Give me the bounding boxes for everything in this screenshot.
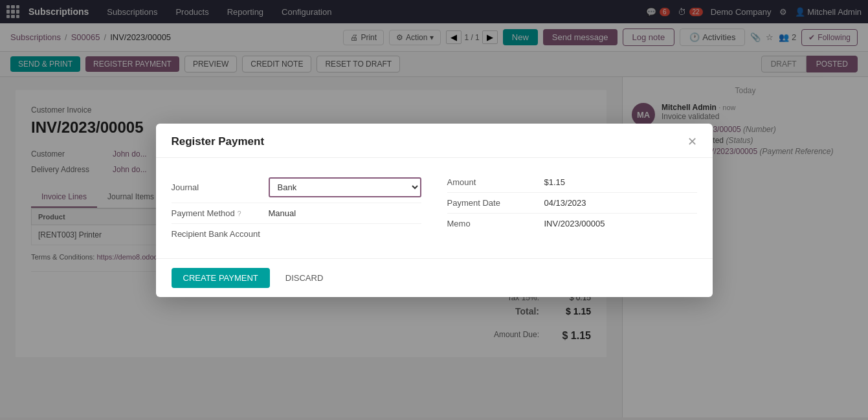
memo-value: INV/2023/00005 — [544, 219, 605, 228]
modal-title: Register Payment — [172, 135, 265, 148]
payment-date-value: 04/13/2023 — [544, 198, 586, 208]
payment-method-row: Payment Method ? Manual — [172, 203, 421, 224]
payment-date-label: Payment Date — [447, 198, 538, 208]
modal-header: Register Payment ✕ — [156, 124, 713, 158]
modal-right-column: Amount $1.15 Payment Date 04/13/2023 Mem… — [447, 172, 697, 244]
recipient-label: Recipient Bank Account — [172, 229, 262, 239]
journal-label: Journal — [172, 182, 262, 192]
discard-button[interactable]: DISCARD — [276, 268, 333, 288]
amount-value: $1.15 — [544, 177, 566, 187]
modal-body: Journal Bank Payment Method ? Manual — [156, 158, 713, 258]
recipient-row: Recipient Bank Account — [172, 224, 421, 244]
journal-row: Journal Bank — [172, 172, 421, 203]
modal-left-column: Journal Bank Payment Method ? Manual — [172, 172, 421, 244]
create-payment-button[interactable]: CREATE PAYMENT — [172, 268, 270, 288]
amount-row: Amount $1.15 — [447, 172, 697, 193]
register-payment-modal: Register Payment ✕ Journal Bank — [156, 124, 713, 297]
modal-footer: CREATE PAYMENT DISCARD — [156, 258, 713, 297]
payment-method-label: Payment Method ? — [172, 208, 262, 218]
amount-label: Amount — [447, 177, 538, 187]
modal-close-button[interactable]: ✕ — [687, 136, 697, 148]
payment-date-row: Payment Date 04/13/2023 — [447, 193, 697, 214]
memo-row: Memo INV/2023/00005 — [447, 214, 697, 234]
help-icon[interactable]: ? — [237, 210, 241, 217]
journal-select[interactable]: Bank — [269, 177, 421, 197]
payment-method-value: Manual — [269, 208, 296, 218]
modal-overlay: Register Payment ✕ Journal Bank — [0, 0, 868, 417]
modal-form-grid: Journal Bank Payment Method ? Manual — [172, 172, 697, 244]
memo-label: Memo — [447, 219, 538, 228]
